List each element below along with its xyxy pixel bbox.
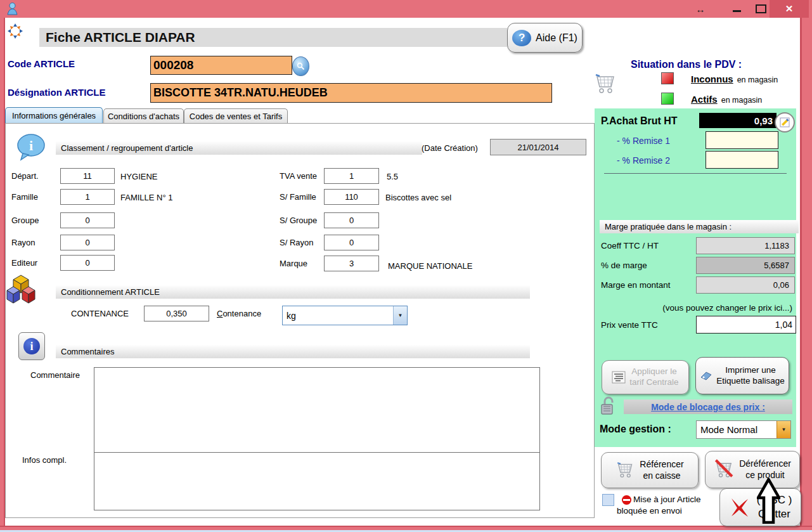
- field-marque-desc: MARQUE NATIONALE: [388, 261, 472, 271]
- unlock-icon: [600, 396, 617, 416]
- help-button[interactable]: ? Aide (F1): [507, 23, 583, 53]
- infos-compl-textarea[interactable]: [94, 452, 540, 510]
- window-frame-left: [0, 18, 5, 532]
- maj-article-label-line2: bloquée en envoi: [617, 506, 682, 516]
- field-srayon-label: S/ Rayon: [280, 238, 313, 247]
- field-depart-desc: HYGIENE: [120, 172, 158, 181]
- info-circle-icon: i: [23, 338, 40, 354]
- close-button[interactable]: ✕: [770, 0, 809, 18]
- remise2-input[interactable]: [706, 151, 778, 169]
- coeff-value: 1,1183: [696, 237, 795, 254]
- resize-icon[interactable]: ↔: [693, 3, 708, 15]
- minimize-button[interactable]: [726, 0, 747, 16]
- pencil-icon: [780, 117, 790, 127]
- chevron-down-icon[interactable]: ▼: [393, 306, 407, 325]
- blocage-prix-strip: Mode de blocage des prix :: [624, 399, 792, 414]
- change-price-hint: (vous pouvez changer le prix ici...): [595, 303, 796, 313]
- field-marque-label: Marque: [280, 259, 307, 268]
- tab-informations-generales[interactable]: Informations générales: [5, 107, 103, 124]
- legend-inconnus-strong[interactable]: Inconnus: [691, 74, 733, 84]
- titlebar: [0, 0, 812, 18]
- cursor-up-arrow: [757, 478, 780, 524]
- section-classement: Classement / regroupement d'article: [56, 141, 422, 155]
- field-depart-input[interactable]: [60, 168, 115, 184]
- imprimer-etiquette-label: Imprimer uneEtiquette balisage: [716, 365, 784, 387]
- help-bubble-icon: ?: [512, 30, 531, 46]
- remise1-input[interactable]: [706, 131, 778, 149]
- field-sfamille-desc: Biscottes avec sel: [385, 193, 451, 202]
- maximize-icon: [756, 4, 766, 13]
- field-famille-input[interactable]: [60, 189, 115, 205]
- field-rayon-input[interactable]: [60, 235, 115, 250]
- chevron-down-icon[interactable]: ▼: [777, 421, 790, 438]
- appliquer-tarif-button[interactable]: Appliquer letarif Centrale: [602, 360, 689, 394]
- section-conditionnement: Conditionnement ARTICLE: [56, 285, 530, 299]
- minimize-icon: [733, 10, 741, 12]
- info-button[interactable]: i: [18, 332, 45, 360]
- contenance-unit-dropdown[interactable]: kg ▼: [282, 306, 408, 325]
- section-commentaires: Commentaires: [56, 345, 530, 358]
- maj-article-label-line1: Mise à jour Article: [633, 495, 701, 504]
- no-entry-icon: [622, 495, 631, 505]
- coeff-label: Coeff TTC / HT: [601, 241, 659, 250]
- achat-brut-label: P.Achat Brut HT: [601, 115, 678, 127]
- marge-pct-value: 5,6587: [696, 257, 795, 274]
- contenance-label: CONTENANCE: [71, 309, 129, 318]
- mode-gestion-label: Mode gestion :: [600, 424, 671, 435]
- cart-icon: [615, 460, 636, 481]
- prix-vente-label: Prix vente TTC: [601, 320, 658, 330]
- mode-gestion-dropdown[interactable]: Mode Normal ▼: [696, 420, 791, 439]
- maximize-button[interactable]: [752, 3, 770, 15]
- blocage-prix-link[interactable]: Mode de blocage des prix :: [651, 402, 765, 412]
- maj-article-checkbox[interactable]: [602, 494, 614, 506]
- info-bubble-icon: i: [16, 133, 46, 161]
- tab-conditions-achats[interactable]: Conditions d'achats: [103, 108, 184, 124]
- field-famille-label: Famille: [11, 192, 38, 202]
- referencer-caisse-label: Référenceren caisse: [640, 459, 683, 481]
- field-marque-input[interactable]: [324, 256, 379, 271]
- code-article-input[interactable]: [150, 56, 292, 75]
- svg-text:i: i: [29, 138, 33, 153]
- move-icon: [8, 23, 23, 39]
- legend-actifs-strong[interactable]: Actifs: [691, 94, 718, 105]
- mode-gestion-value: Mode Normal: [697, 424, 777, 435]
- field-tva-input[interactable]: [324, 168, 379, 184]
- imprimer-etiquette-button[interactable]: Imprimer uneEtiquette balisage: [695, 357, 789, 394]
- commentaire-textarea[interactable]: [94, 367, 540, 453]
- remise2-label: - % Remise 2: [617, 155, 670, 165]
- section-marge: Marge pratiquée dans le magasin :: [600, 220, 799, 233]
- field-sfamille-label: S/ Famille: [280, 192, 316, 202]
- prix-vente-input[interactable]: [696, 316, 796, 334]
- field-famille-desc: FAMILLE N° 1: [120, 193, 173, 202]
- field-rayon-label: Rayon: [11, 238, 35, 247]
- field-groupe-input[interactable]: [60, 212, 115, 228]
- field-sfamille-input[interactable]: [324, 189, 379, 205]
- cart-slash-icon: [714, 459, 735, 481]
- help-button-label: Aide (F1): [536, 32, 577, 44]
- contenance-unit-value: kg: [283, 311, 393, 321]
- marge-montant-value: 0,06: [696, 276, 795, 294]
- designation-article-label: Désignation ARTICLE: [8, 87, 105, 98]
- legend-actifs-rest: en magasin: [721, 96, 763, 105]
- contenance-input[interactable]: [144, 306, 209, 321]
- cart-icon: [595, 72, 617, 97]
- field-depart-label: Départ.: [11, 171, 39, 181]
- dereferencer-produit-button[interactable]: Déréférencerce produit: [705, 451, 800, 488]
- pdv-title: Situation dans le PDV :: [631, 59, 742, 70]
- remise1-label: - % Remise 1: [617, 136, 670, 146]
- designation-article-input[interactable]: [150, 83, 552, 103]
- field-groupe-label: Groupe: [11, 216, 39, 225]
- search-icon[interactable]: [292, 56, 309, 76]
- tab-codes-ventes-tarifs[interactable]: Codes de ventes et Tarifs: [184, 108, 288, 124]
- page-title: Fiche ARTICLE DIAPAR: [39, 28, 507, 47]
- field-editeur-input[interactable]: [60, 255, 115, 271]
- field-srayon-input[interactable]: [324, 235, 379, 250]
- referencer-caisse-button[interactable]: Référenceren caisse: [601, 452, 699, 488]
- tag-icon: [700, 371, 712, 381]
- app-person-icon: [7, 2, 18, 15]
- infos-compl-label: Infos compl.: [22, 455, 67, 465]
- red-x-icon: [729, 496, 751, 519]
- field-sgroupe-input[interactable]: [324, 212, 379, 228]
- edit-price-button[interactable]: [775, 112, 795, 133]
- field-editeur-label: Editeur: [11, 258, 37, 268]
